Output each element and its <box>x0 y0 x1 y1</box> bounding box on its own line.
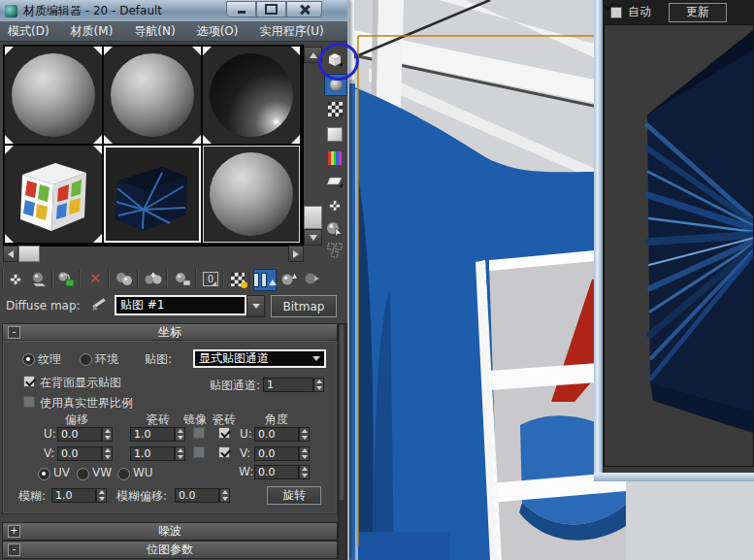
v-tiling-field[interactable]: 1.0 <box>130 446 175 461</box>
reset-map-button[interactable]: ✕ <box>84 269 106 289</box>
map-channel-mode-combobox[interactable]: 显式贴图通道 <box>193 349 326 368</box>
close-button[interactable] <box>286 1 322 17</box>
update-button[interactable]: 更新 <box>669 3 727 22</box>
u-tiling-spinner[interactable] <box>175 427 185 442</box>
show-map-in-viewport-button[interactable] <box>227 269 248 289</box>
noise-rollout-title: 噪波 <box>158 523 181 540</box>
slots-scroll-left[interactable] <box>3 246 18 262</box>
u-mirror-checkbox[interactable] <box>193 427 205 439</box>
slots-hscroll-thumb[interactable] <box>18 246 40 262</box>
options-button[interactable] <box>324 195 345 215</box>
real-world-checkbox[interactable] <box>23 396 35 408</box>
get-material-button[interactable] <box>5 269 26 289</box>
uv-radio[interactable] <box>38 468 50 480</box>
v-angle-spinner[interactable] <box>299 446 310 461</box>
select-by-material-button[interactable] <box>324 218 345 239</box>
slots-vscroll-thumb[interactable] <box>304 206 322 229</box>
go-to-parent-button[interactable] <box>279 269 300 289</box>
minimize-button[interactable] <box>226 1 256 17</box>
u-offset-spinner[interactable] <box>102 427 113 442</box>
make-unique-button[interactable] <box>143 269 164 289</box>
menu-navigation[interactable]: 导航(N) <box>134 23 175 40</box>
material-map-navigator-button[interactable] <box>324 240 345 260</box>
slots-scroll-down[interactable] <box>304 229 322 246</box>
params-scroll-thumb[interactable] <box>340 325 344 500</box>
blur-field[interactable]: 1.0 <box>51 488 96 503</box>
background-button[interactable] <box>324 99 345 119</box>
texture-radio[interactable] <box>22 353 35 366</box>
w-angle-spinner[interactable] <box>299 465 310 479</box>
put-material-to-scene-button[interactable] <box>28 269 49 289</box>
screen: 材质编辑器 - 20 - Default 模式(D) 材质(M) 导航(N) 选… <box>0 0 754 560</box>
close-icon <box>300 5 310 15</box>
map-channel-spinner[interactable] <box>313 378 324 392</box>
menu-mode[interactable]: 模式(D) <box>8 23 49 40</box>
blue-streak-cube <box>106 148 199 241</box>
sample-uv-tiling-button[interactable] <box>324 124 345 145</box>
bitmap-params-rollout-header[interactable]: - 位图参数 <box>2 541 338 559</box>
assign-material-button[interactable] <box>55 269 77 289</box>
v-mirror-checkbox[interactable] <box>193 446 205 458</box>
show-end-result-button[interactable] <box>253 269 277 291</box>
blur-offset-field[interactable]: 0.0 <box>175 488 219 503</box>
sample-slot-5-active[interactable] <box>104 146 201 243</box>
collapse-icon[interactable]: - <box>8 544 20 556</box>
video-color-check-button[interactable] <box>324 148 345 168</box>
map-mode-label: 贴图: <box>145 351 172 368</box>
u-angle-field[interactable]: 0.0 <box>254 427 299 442</box>
u-angle-spinner[interactable] <box>299 427 310 442</box>
w-angle-field[interactable]: 0.0 <box>254 465 299 479</box>
u-tile-checkbox[interactable] <box>218 427 230 439</box>
v-tiling-spinner[interactable] <box>175 446 185 461</box>
sample-slot-2[interactable] <box>104 47 201 144</box>
v-tile-checkbox[interactable] <box>218 446 230 458</box>
expand-icon[interactable]: + <box>8 525 20 538</box>
maximize-button[interactable] <box>256 1 286 17</box>
angle-header: 角度 <box>265 412 288 428</box>
map-channel-field[interactable]: 1 <box>263 378 313 392</box>
u-tiling-field[interactable]: 1.0 <box>130 427 175 442</box>
auto-checkbox[interactable] <box>610 7 622 18</box>
sample-slot-3[interactable] <box>203 47 300 144</box>
bitmap-preview-image <box>605 25 753 466</box>
noise-rollout-header[interactable]: + 噪波 <box>2 522 338 541</box>
collapse-icon[interactable]: - <box>8 326 20 339</box>
material-id-channel-button[interactable]: 0 <box>200 269 221 289</box>
menu-utilities[interactable]: 实用程序(U) <box>259 23 323 40</box>
menu-options[interactable]: 选项(O) <box>197 23 239 40</box>
environment-radio[interactable] <box>80 353 92 366</box>
slots-scroll-right[interactable] <box>288 246 304 262</box>
minimize-icon <box>238 11 246 14</box>
sample-slot-1[interactable] <box>5 47 102 144</box>
show-on-back-checkbox[interactable] <box>23 376 35 387</box>
params-scrollbar[interactable] <box>338 323 347 560</box>
blur-spinner[interactable] <box>96 488 107 503</box>
rotate-button[interactable]: 旋转 <box>267 486 321 505</box>
preview-window-border <box>594 0 603 481</box>
sample-slot-4-windows-cube[interactable] <box>5 146 102 243</box>
map-name-dropdown-arrow[interactable] <box>246 295 265 317</box>
make-preview-button[interactable] <box>324 172 345 192</box>
v-offset-spinner[interactable] <box>102 446 113 461</box>
make-material-copy-button[interactable] <box>114 269 135 289</box>
material-sphere <box>12 53 95 137</box>
wu-radio[interactable] <box>117 468 130 480</box>
go-forward-sibling-button[interactable] <box>302 269 323 289</box>
offset-header: 偏移 <box>65 412 88 428</box>
v-angle-field[interactable]: 0.0 <box>254 446 299 461</box>
map-type-button[interactable]: Bitmap <box>271 295 337 317</box>
vw-radio[interactable] <box>77 468 89 480</box>
menu-material[interactable]: 材质(M) <box>71 23 114 40</box>
sample-slot-6[interactable] <box>203 146 300 243</box>
select-by-material-icon <box>326 221 344 237</box>
map-name-combobox[interactable]: 贴图 #1 <box>115 295 246 315</box>
bitmap-params-rollout-title: 位图参数 <box>147 542 193 558</box>
blur-label: 模糊: <box>18 488 46 505</box>
v-offset-field[interactable]: 0.0 <box>57 446 102 461</box>
maximize-icon <box>265 4 278 15</box>
blur-offset-spinner[interactable] <box>219 488 230 503</box>
u-offset-field[interactable]: 0.0 <box>57 427 102 442</box>
put-to-library-button[interactable] <box>172 269 193 289</box>
go-to-parent-icon <box>280 272 298 286</box>
title-bar[interactable]: 材质编辑器 - 20 - Default <box>0 0 347 21</box>
